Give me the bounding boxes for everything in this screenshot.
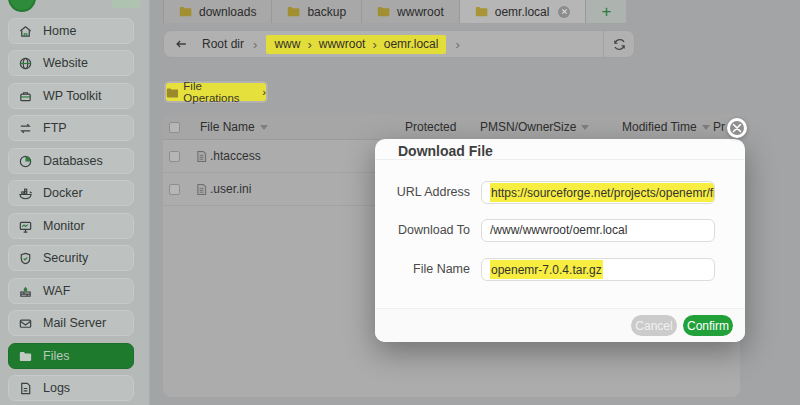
sidebar-item-label: FTP bbox=[43, 121, 67, 135]
sidebar-item-label: Website bbox=[43, 56, 88, 70]
row-checkbox[interactable] bbox=[169, 184, 180, 195]
sidebar-collapse-button[interactable] bbox=[112, 0, 140, 8]
confirm-button[interactable]: Confirm bbox=[683, 315, 733, 336]
sidebar-item-home[interactable]: Home bbox=[8, 18, 134, 44]
refresh-button[interactable] bbox=[603, 31, 634, 57]
file-name[interactable]: .htaccess bbox=[210, 140, 261, 173]
column-header-pr: Pr bbox=[713, 115, 725, 140]
breadcrumb-segment-wwwroot[interactable]: wwwroot bbox=[319, 37, 366, 51]
sidebar-item-wp-toolkit[interactable]: WP Toolkit bbox=[8, 83, 134, 109]
download-to-input[interactable]: /www/wwwroot/oemr.local bbox=[481, 219, 715, 242]
folder-icon bbox=[179, 6, 192, 17]
pie-chart-icon bbox=[18, 154, 33, 169]
sidebar-item-label: Monitor bbox=[43, 219, 85, 233]
folder-icon bbox=[287, 6, 300, 17]
cancel-button[interactable]: Cancel bbox=[631, 315, 677, 336]
sidebar-item-label: Security bbox=[43, 251, 88, 265]
tab-label: backup bbox=[307, 5, 346, 19]
url-address-label: URL Address bbox=[375, 181, 470, 204]
tab-backup[interactable]: backup bbox=[272, 0, 362, 23]
file-icon bbox=[196, 150, 207, 163]
sidebar-item-security[interactable]: Security bbox=[8, 245, 134, 271]
tab-wwwroot[interactable]: wwwroot bbox=[362, 0, 460, 23]
sidebar-item-docker[interactable]: Docker bbox=[8, 180, 134, 206]
back-arrow-icon[interactable] bbox=[174, 37, 188, 51]
divider bbox=[375, 159, 745, 160]
column-header-modified-time[interactable]: Modified Time bbox=[622, 115, 710, 140]
file-operations-highlight: File Operations › bbox=[166, 83, 266, 101]
sidebar-item-ftp[interactable]: FTP bbox=[8, 115, 134, 141]
sort-icon bbox=[581, 125, 589, 130]
dialog-footer: Cancel Confirm bbox=[375, 308, 745, 342]
sidebar-item-website[interactable]: Website bbox=[8, 50, 134, 76]
sidebar-item-monitor[interactable]: Monitor bbox=[8, 213, 134, 239]
file-manager-tabs: downloads backup wwwroot oemr.local + bbox=[163, 0, 626, 23]
sidebar-item-label: Docker bbox=[43, 186, 83, 200]
column-header-protected: Protected bbox=[405, 115, 456, 140]
sidebar-item-databases[interactable]: Databases bbox=[8, 148, 134, 174]
dialog-title: Download File bbox=[398, 143, 493, 159]
input-value: /www/wwwroot/oemr.local bbox=[490, 223, 627, 237]
highlighted-value: https://sourceforge.net/projects/openemr… bbox=[490, 183, 715, 202]
sidebar-item-logs[interactable]: Logs bbox=[8, 375, 134, 401]
sidebar-item-label: WP Toolkit bbox=[43, 89, 102, 103]
tab-close-icon[interactable] bbox=[558, 6, 570, 18]
sidebar-item-label: Mail Server bbox=[43, 316, 106, 330]
folder-icon bbox=[18, 349, 33, 364]
refresh-icon bbox=[612, 37, 627, 52]
sort-icon bbox=[702, 125, 710, 130]
close-icon bbox=[732, 123, 742, 133]
tab-downloads[interactable]: downloads bbox=[163, 0, 272, 23]
file-name-label: File Name bbox=[375, 258, 470, 281]
column-header-file-name[interactable]: File Name bbox=[200, 115, 268, 140]
folder-icon bbox=[475, 6, 488, 17]
mail-icon bbox=[18, 316, 33, 331]
app-logo bbox=[8, 0, 36, 12]
sidebar-item-label: Logs bbox=[43, 381, 70, 395]
sidebar-item-mail-server[interactable]: Mail Server bbox=[8, 310, 134, 336]
dialog-close-button[interactable] bbox=[727, 118, 747, 138]
breadcrumb-root[interactable]: Root dir bbox=[202, 37, 244, 51]
add-tab-button[interactable]: + bbox=[586, 0, 626, 23]
tab-label: wwwroot bbox=[397, 5, 444, 19]
docker-whale-icon bbox=[18, 186, 33, 201]
highlighted-value: openemr-7.0.4.tar.gz bbox=[490, 260, 603, 279]
sidebar-item-files[interactable]: Files bbox=[8, 343, 134, 369]
globe-icon bbox=[18, 56, 33, 71]
sidebar: Home Website WP Toolkit FTP Databases Do… bbox=[0, 0, 150, 405]
file-name[interactable]: .user.ini bbox=[210, 173, 251, 206]
breadcrumb-segment-www[interactable]: www bbox=[274, 37, 300, 51]
document-icon bbox=[18, 381, 33, 396]
tab-label: oemr.local bbox=[495, 5, 550, 19]
table-header: File Name Protected PMSN/Owner Size Modi… bbox=[163, 115, 740, 140]
download-to-label: Download To bbox=[375, 219, 470, 242]
file-operations-button[interactable]: File Operations › bbox=[163, 80, 269, 104]
tab-label: downloads bbox=[199, 5, 256, 19]
chevron-right-icon: › bbox=[307, 37, 311, 52]
sort-icon bbox=[260, 125, 268, 130]
sidebar-item-waf[interactable]: WAF bbox=[8, 278, 134, 304]
file-name-input[interactable]: openemr-7.0.4.tar.gz bbox=[481, 258, 715, 281]
file-icon bbox=[196, 183, 207, 196]
url-address-input[interactable]: https://sourceforge.net/projects/openemr… bbox=[481, 181, 715, 204]
briefcase-icon bbox=[18, 89, 33, 104]
breadcrumb-segment-oemr-local[interactable]: oemr.local bbox=[384, 37, 439, 51]
breadcrumb-highlight: www › wwwroot › oemr.local bbox=[266, 35, 446, 54]
folder-icon bbox=[377, 6, 390, 17]
firewall-icon bbox=[18, 284, 33, 299]
chevron-right-icon: › bbox=[253, 37, 257, 52]
sidebar-item-label: WAF bbox=[43, 284, 70, 298]
file-operations-label: File Operations bbox=[183, 80, 257, 104]
select-all-checkbox[interactable] bbox=[169, 122, 180, 133]
monitor-icon bbox=[18, 219, 33, 234]
chevron-right-icon: › bbox=[372, 37, 376, 52]
chevron-right-icon: › bbox=[262, 86, 266, 98]
folder-icon bbox=[166, 87, 178, 98]
sidebar-item-label: Databases bbox=[43, 154, 103, 168]
home-icon bbox=[18, 24, 33, 39]
tab-oemr-local[interactable]: oemr.local bbox=[460, 0, 587, 23]
chevron-right-icon: › bbox=[455, 37, 459, 52]
column-header-size[interactable]: Size bbox=[553, 115, 589, 140]
row-checkbox[interactable] bbox=[169, 151, 180, 162]
sidebar-item-label: Files bbox=[43, 349, 69, 363]
